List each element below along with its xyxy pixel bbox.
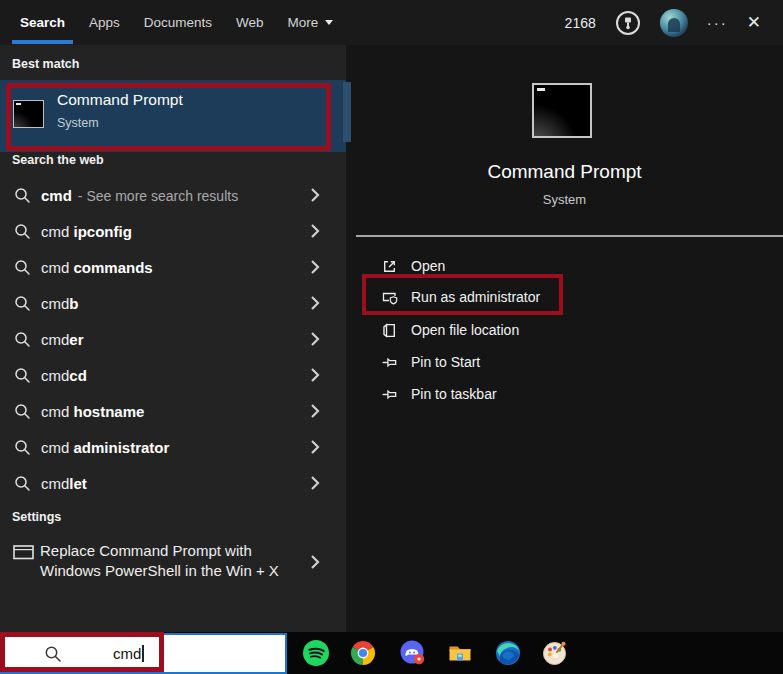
tab-more[interactable]: More bbox=[288, 0, 334, 45]
taskbar-icon-chrome[interactable] bbox=[350, 640, 376, 666]
topbar-right-cluster: 2168 ··· ✕ bbox=[565, 0, 761, 45]
result-preview-panel: Command Prompt System Open Run as admini… bbox=[346, 45, 783, 632]
chevron-right-icon bbox=[310, 554, 320, 570]
suggestion-text: cmd commands bbox=[41, 259, 153, 276]
suggestion-pre: cmd bbox=[41, 367, 69, 384]
suggestion-pre: cmd bbox=[41, 259, 74, 276]
search-icon bbox=[14, 331, 31, 348]
suggestion-query: cmd bbox=[41, 187, 72, 204]
web-suggestion-cmdlet[interactable]: cmdlet bbox=[0, 465, 346, 501]
taskbar-icon-discord[interactable] bbox=[400, 640, 426, 666]
chevron-right-icon bbox=[310, 367, 320, 383]
search-icon bbox=[14, 439, 31, 456]
best-match-app-type: System bbox=[57, 116, 99, 130]
search-icon bbox=[14, 259, 31, 276]
taskbar-search-input[interactable]: cmd bbox=[0, 633, 287, 674]
taskbar-icon-spotify[interactable] bbox=[303, 640, 329, 666]
suggestion-bold: let bbox=[69, 475, 87, 492]
suggestion-text: cmdcd bbox=[41, 367, 87, 384]
suggestion-pre: cmd bbox=[41, 475, 69, 492]
chevron-right-icon bbox=[310, 259, 320, 275]
suggestion-bold: commands bbox=[74, 259, 153, 276]
search-icon bbox=[14, 187, 31, 204]
search-topbar: Search Apps Documents Web More 2168 ··· … bbox=[0, 0, 783, 45]
suggestion-pre: cmd bbox=[41, 403, 74, 420]
text-caret bbox=[142, 645, 144, 662]
action-open-file-location[interactable]: Open file location bbox=[346, 315, 783, 345]
best-match-result-command-prompt[interactable]: Command Prompt System bbox=[0, 80, 346, 152]
suggestion-pre: cmd bbox=[41, 223, 74, 240]
taskbar: cmd bbox=[0, 632, 783, 674]
web-suggestion-cmd-ipconfig[interactable]: cmd ipconfig bbox=[0, 213, 346, 249]
suggestion-bold: administrator bbox=[74, 439, 170, 456]
settings-result-line1: Replace Command Prompt with bbox=[40, 541, 279, 561]
taskbar-icon-paint[interactable] bbox=[542, 640, 568, 666]
suggestion-bold: b bbox=[69, 295, 78, 312]
suggestion-text: cmder bbox=[41, 331, 84, 348]
suggestion-bold: ipconfig bbox=[74, 223, 132, 240]
chevron-right-icon bbox=[310, 439, 320, 455]
taskbar-icon-file-explorer[interactable] bbox=[447, 640, 473, 666]
search-icon bbox=[14, 475, 31, 492]
action-run-as-administrator[interactable]: Run as administrator bbox=[346, 282, 783, 312]
suggestion-text: cmd- See more search results bbox=[41, 187, 238, 204]
admin-shield-icon bbox=[381, 289, 398, 306]
tab-documents-label: Documents bbox=[144, 15, 212, 30]
action-pin-to-start[interactable]: Pin to Start bbox=[346, 347, 783, 377]
pin-icon bbox=[381, 386, 398, 403]
close-icon[interactable]: ✕ bbox=[747, 14, 761, 31]
scrollbar-thumb[interactable] bbox=[343, 82, 351, 142]
suggestion-bold: er bbox=[69, 331, 83, 348]
web-suggestion-cmd-commands[interactable]: cmd commands bbox=[0, 249, 346, 285]
action-open[interactable]: Open bbox=[346, 251, 783, 281]
web-suggestion-cmdb[interactable]: cmdb bbox=[0, 285, 346, 321]
open-icon bbox=[381, 258, 398, 275]
settings-header: Settings bbox=[12, 510, 61, 524]
suggestion-text: cmdb bbox=[41, 295, 79, 312]
tab-search[interactable]: Search bbox=[20, 0, 65, 45]
web-suggestion-cmd-hostname[interactable]: cmd hostname bbox=[0, 393, 346, 429]
taskbar-icon-edge[interactable] bbox=[495, 640, 521, 666]
web-suggestion-see-more[interactable]: cmd- See more search results bbox=[0, 177, 346, 213]
preview-app-name: Command Prompt bbox=[346, 161, 783, 183]
suggestion-text: cmd hostname bbox=[41, 403, 144, 420]
chevron-down-icon bbox=[325, 20, 333, 25]
action-run-as-administrator-label: Run as administrator bbox=[411, 289, 540, 305]
rewards-trophy-icon[interactable] bbox=[615, 10, 641, 36]
tab-apps[interactable]: Apps bbox=[89, 0, 120, 45]
action-open-file-location-label: Open file location bbox=[411, 322, 519, 338]
chevron-right-icon bbox=[310, 403, 320, 419]
search-icon bbox=[14, 295, 31, 312]
taskbar-search-value: cmd bbox=[113, 645, 141, 662]
web-suggestion-cmd-administrator[interactable]: cmd administrator bbox=[0, 429, 346, 465]
settings-result-text: Replace Command Prompt with Windows Powe… bbox=[40, 541, 279, 581]
tab-web[interactable]: Web bbox=[236, 0, 264, 45]
command-prompt-icon bbox=[13, 100, 44, 128]
suggestion-text: cmd ipconfig bbox=[41, 223, 132, 240]
chevron-right-icon bbox=[310, 295, 320, 311]
action-pin-to-taskbar[interactable]: Pin to taskbar bbox=[346, 379, 783, 409]
tab-documents[interactable]: Documents bbox=[144, 0, 212, 45]
action-open-label: Open bbox=[411, 258, 445, 274]
windows-search-screen: Search Apps Documents Web More 2168 ··· … bbox=[0, 0, 783, 674]
divider bbox=[356, 235, 783, 237]
search-icon bbox=[14, 223, 31, 240]
search-filter-tabs: Search Apps Documents Web More bbox=[20, 0, 333, 45]
see-more-label: - See more search results bbox=[78, 188, 238, 204]
web-suggestion-cmder[interactable]: cmder bbox=[0, 321, 346, 357]
web-suggestion-cmdcd[interactable]: cmdcd bbox=[0, 357, 346, 393]
suggestion-pre: cmd bbox=[41, 439, 74, 456]
chevron-right-icon bbox=[310, 223, 320, 239]
user-avatar[interactable] bbox=[660, 9, 688, 37]
chevron-right-icon bbox=[310, 475, 320, 491]
suggestion-text: cmd administrator bbox=[41, 439, 169, 456]
more-options-icon[interactable]: ··· bbox=[707, 15, 728, 30]
settings-result-line2: Windows PowerShell in the Win + X bbox=[40, 561, 279, 581]
suggestion-pre: cmd bbox=[41, 295, 69, 312]
tab-apps-label: Apps bbox=[89, 15, 120, 30]
suggestion-text: cmdlet bbox=[41, 475, 87, 492]
settings-result-replace-command-prompt[interactable]: Replace Command Prompt with Windows Powe… bbox=[0, 532, 346, 592]
action-pin-to-taskbar-label: Pin to taskbar bbox=[411, 386, 497, 402]
suggestion-bold: cd bbox=[69, 367, 87, 384]
search-icon bbox=[14, 403, 31, 420]
